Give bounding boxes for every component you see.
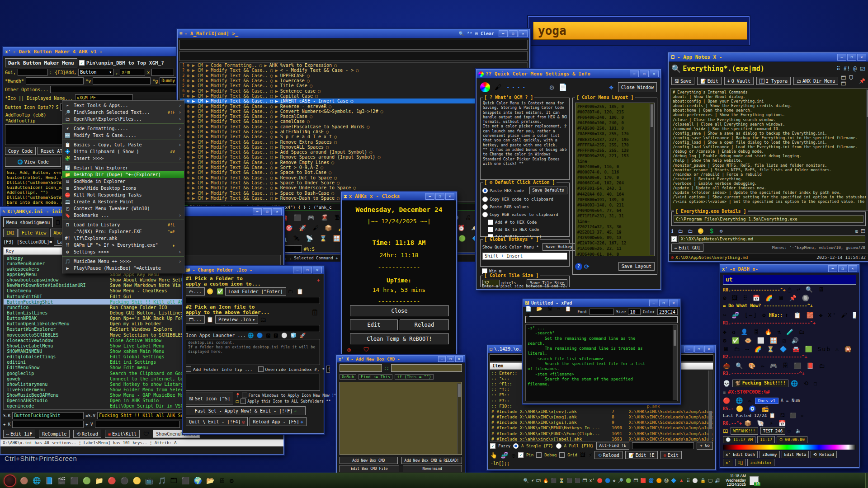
notes-content[interactable]: # Everything's Internal Commandsabout: |… bbox=[670, 88, 868, 211]
tray-icon[interactable]: ⬛ bbox=[575, 478, 580, 483]
clocks-titlebar[interactable]: ⧗ x AHKs x - Clocks —❐✕ bbox=[342, 192, 456, 201]
paste-rgb-radio[interactable] bbox=[482, 204, 488, 210]
taskbar-clock[interactable]: 11:18 AM Wednesday 12/24/2025 bbox=[726, 474, 746, 487]
minimize-button[interactable]: — bbox=[425, 193, 434, 200]
matrix-titlebar[interactable]: ≡ - A_MaTriX[cmd] >_ 🔍 ᴬᶻ ⊞ Clear —❐✕ bbox=[178, 29, 529, 38]
matrix-command-row[interactable]: 6 ⊛ ▶ CM ▶ Modify Text && Case.. ○ ▶ Sen… bbox=[180, 88, 527, 93]
browse-icon-button[interactable]: 🗔... bbox=[186, 315, 205, 324]
r0-icons[interactable]: 🖱 ↩ 🔍 🖥 bbox=[788, 286, 825, 293]
search-icon[interactable]: 🔍 bbox=[671, 64, 681, 73]
context-menu-item[interactable]: ⚡ Code Formatting..... › bbox=[62, 125, 184, 132]
matrix-command-row[interactable]: 3 ⊛ ▶ CM ▶ Modify Text && Case.. ○ ▶ UPP… bbox=[180, 73, 527, 78]
w1429-scrollbar[interactable] bbox=[708, 371, 712, 441]
taskbar-app-icon[interactable]: 🖥 bbox=[219, 477, 226, 485]
if-empty-label[interactable]: if (This = "") bbox=[395, 374, 434, 380]
tray-icon[interactable]: 🔊 bbox=[715, 478, 720, 483]
matrix-command-row[interactable]: 20 ⊛ ▶ CM ▶ Modify Text && Case.. ○ ▶ Re… bbox=[180, 160, 527, 165]
context-menu-item[interactable]: ▶ Play\Pause (MusicBee) ^=Activate bbox=[62, 265, 184, 272]
close-button[interactable]: ✕ bbox=[848, 265, 857, 272]
dash-fucking-shit-button[interactable]: 🐒Fucking Shit!!!! bbox=[732, 380, 788, 387]
tray-icon[interactable]: 🔥 bbox=[543, 478, 548, 483]
maximize-button[interactable]: ❐ bbox=[263, 208, 272, 215]
r5-icons[interactable]: 🟡 🧿 📻 bbox=[736, 405, 769, 412]
save-hotkey-button[interactable]: Save Hotkey bbox=[542, 243, 576, 251]
cfico-titlebar[interactable]: 📁 - Change Folder .Ico - —❐✕ bbox=[183, 266, 324, 274]
color-wheel-button[interactable] bbox=[480, 82, 490, 92]
tray-icon[interactable]: 🟥 bbox=[640, 478, 646, 483]
record-icon[interactable]: ⊙ bbox=[671, 255, 674, 260]
matrix-command-row[interactable]: 9 ⊛ ▶ CM ▶ Modify Text && Case.. ○ ▶ Rev… bbox=[180, 103, 527, 108]
matrix-command-row[interactable]: 25 ⊛ ▶ CM ▶ Modify Text && Case.. ○ ▶ Re… bbox=[180, 185, 527, 190]
taskbar-app-icon[interactable]: 🎵 bbox=[158, 477, 166, 485]
dropper-icon[interactable]: 🖌 bbox=[495, 83, 501, 91]
taskbar-app-icon[interactable]: ⚫ bbox=[120, 477, 129, 485]
dash-icons-3[interactable]: ✥ ♻ 👤 🎛 🔥 ⚗ 🧪 🗂 bbox=[723, 328, 806, 335]
move-arrows-icon[interactable]: ✥ bbox=[609, 83, 613, 91]
include-row[interactable]: # #Include x:\ahk\xinc\x[label].ahk 1693… bbox=[490, 436, 713, 441]
view-code-button[interactable]: 🌐View Code bbox=[5, 157, 61, 167]
context-menu-item[interactable]: .^A(NX)_Pro: Explorer.EXE ^=E bbox=[62, 228, 184, 235]
context-menu-item[interactable]: 🗂 Open\Run\Explore\Files... › bbox=[62, 116, 184, 124]
matrix-command-row[interactable]: 15 ⊛ ▶ CM ▶ Modify Text && Case.. ○ ▶ S … bbox=[180, 134, 527, 139]
tray-icon[interactable]: 🔍 bbox=[523, 478, 528, 483]
matrix-search-input[interactable] bbox=[179, 40, 528, 50]
minimize-button[interactable]: — bbox=[837, 54, 846, 61]
notes-titlebar[interactable]: 🗒 - App Notes X - —❐✕ bbox=[669, 53, 868, 62]
maximize-button[interactable]: ❐ bbox=[847, 54, 856, 61]
font-dropdown[interactable] bbox=[590, 309, 614, 315]
notification-badge[interactable]: 10 bbox=[750, 476, 759, 485]
save-layout-button[interactable]: Save Layout bbox=[618, 262, 655, 271]
matrix-toolbar-icons[interactable]: 🔍 ᴬᶻ ⊞ Clear bbox=[458, 31, 494, 36]
xpad-toolbar-icons[interactable]: 📄 📂 🖫 ✂ 📋 🖨 bbox=[525, 306, 575, 318]
md-checkbox[interactable]: ✓ bbox=[671, 236, 677, 242]
tray-icon[interactable]: ⚪ bbox=[692, 478, 698, 483]
info-tip-textarea[interactable] bbox=[186, 374, 320, 391]
add-box-button[interactable]: Add New Box CMD bbox=[340, 457, 398, 464]
footer-icons[interactable]: ◎ 🛡 bbox=[347, 346, 374, 353]
matrix-command-row[interactable]: 5 ⊛ ▶ CM ▶ Modify Text && Case.. ○ ▶ Tit… bbox=[180, 83, 527, 88]
afull-radio[interactable] bbox=[556, 443, 561, 449]
reload-button[interactable]: ⟲Reload bbox=[594, 451, 623, 459]
context-menu-item[interactable]: 💻 Create A_Restore Point bbox=[62, 198, 184, 205]
box-cmd-textarea[interactable] bbox=[340, 382, 462, 455]
add-0x-checkbox[interactable] bbox=[488, 227, 493, 232]
taskbar-app-icon[interactable]: 🟡 bbox=[132, 477, 141, 485]
gui-name-input[interactable] bbox=[18, 69, 47, 76]
notes-quick-icons[interactable]: ℹ 🗀 🗀 🪙 💲 ⚙ bbox=[671, 228, 723, 234]
tray-icon[interactable]: ⬛ bbox=[566, 478, 572, 483]
notes-right-icons[interactable]: ⊞ 🗔 bbox=[855, 229, 865, 234]
hwnd-input[interactable] bbox=[26, 77, 84, 84]
box-value-input[interactable] bbox=[391, 364, 462, 372]
tray-icon[interactable]: 🔒 bbox=[700, 478, 706, 483]
pk-input[interactable] bbox=[12, 421, 84, 428]
matrix-command-row[interactable]: 17 ⊛ ▶ CM ▶ Modify Text && Case.. ○ ▶ Re… bbox=[180, 145, 527, 150]
matrix-command-row[interactable]: 8 ⊛ ▶ CM ▶ Modify Text && Case.. ○ ▶ iNV… bbox=[180, 99, 527, 103]
taskbar-app-icon[interactable]: 🎬 bbox=[57, 477, 66, 485]
find-this-label[interactable]: Find := This bbox=[359, 374, 392, 380]
matrix-command-row[interactable]: 12 ⊛ ▶ CM ▶ Modify Text && Case.. ○ ▶ ca… bbox=[180, 119, 527, 124]
size-input[interactable]: 10 bbox=[628, 309, 640, 315]
layout-icons[interactable]: 🗔 ᗜ 🗔 bbox=[841, 75, 856, 87]
maximize-button[interactable]: ❐ bbox=[509, 30, 518, 37]
info-tip-checkbox[interactable] bbox=[186, 366, 191, 372]
paste-hex-radio[interactable] bbox=[482, 188, 488, 193]
subfolders-checkbox[interactable] bbox=[241, 399, 246, 404]
tray-icon[interactable]: 🌀 bbox=[648, 478, 654, 483]
notes-scrollbar[interactable] bbox=[866, 89, 868, 210]
asingle-radio[interactable] bbox=[513, 443, 519, 449]
matrix-command-row[interactable]: 14 ⊛ ▶ CM ▶ Modify Text && Case.. ○ ▶ aL… bbox=[180, 129, 527, 134]
context-menu-item[interactable]: 🔄 Restart Win Explorer bbox=[62, 164, 184, 171]
taskbar-app-icon[interactable]: 📺 bbox=[145, 477, 154, 485]
exit-button[interactable]: ⊗Exit bbox=[660, 451, 682, 459]
test-246-button[interactable]: TEST 246 bbox=[760, 427, 785, 435]
context-menu-item[interactable]: ✂ Text Tools & Apps... › bbox=[62, 102, 184, 109]
minimize-button[interactable]: — bbox=[293, 267, 302, 273]
load-folder-button[interactable]: Load Folder [^Enter] bbox=[225, 287, 286, 296]
addbox-scrollbar[interactable] bbox=[457, 383, 461, 454]
tray-icon[interactable]: 🔎 bbox=[618, 478, 623, 483]
docs-button[interactable]: Docs v1 bbox=[755, 398, 778, 404]
pointer-node-icons[interactable]: 👆 🧬 ◎ bbox=[490, 452, 515, 459]
close-button[interactable]: ✕ bbox=[519, 30, 528, 37]
exe-path[interactable]: C:\Program Files\Everything 1.5a\Everyth… bbox=[674, 215, 863, 223]
close-button[interactable]: ✕ bbox=[445, 193, 454, 200]
